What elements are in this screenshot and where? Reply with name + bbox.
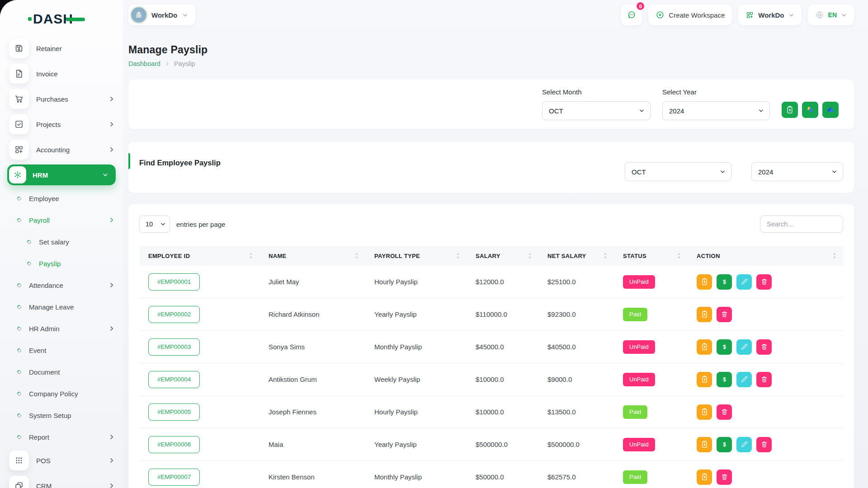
sidebar-item-document[interactable]: Document xyxy=(0,361,123,383)
table-row: #EMP00004Antikstion GrumWeekly Payslip$1… xyxy=(139,363,843,396)
row-actions: $$ xyxy=(688,437,843,452)
month-select[interactable]: OCT xyxy=(542,101,651,120)
column-header-employee-id[interactable]: EMPLOYEE ID xyxy=(139,246,259,266)
payslip-button[interactable]: $ xyxy=(697,404,712,420)
sidebar-item-report[interactable]: Report xyxy=(0,426,123,448)
sidebar-item-payslip[interactable]: Payslip xyxy=(0,253,123,274)
chevron-right-icon xyxy=(108,121,115,127)
edit-button[interactable] xyxy=(736,437,752,452)
sidebar-item-hrm[interactable]: HRM xyxy=(7,164,116,185)
find-month-select[interactable]: OCT xyxy=(625,162,731,181)
sort-icon[interactable] xyxy=(456,252,460,259)
status-badge: UnPaid xyxy=(623,373,655,386)
apps-grid-icon xyxy=(745,11,754,19)
column-header-payroll-type[interactable]: PAYROLL TYPE xyxy=(365,246,467,266)
brand-logo[interactable]: DASH xyxy=(28,12,123,26)
sort-icon[interactable] xyxy=(528,252,532,259)
column-header-name[interactable]: NAME xyxy=(259,246,365,266)
delete-button[interactable] xyxy=(717,469,732,485)
sidebar-item-invoice[interactable]: Invoice xyxy=(0,61,123,86)
bullet-icon xyxy=(16,347,22,353)
workspace-apps-button[interactable]: WorkDo xyxy=(738,5,801,25)
make-payment-button[interactable]: $ xyxy=(717,274,732,290)
employee-id-link[interactable]: #EMP00005 xyxy=(148,404,200,421)
svg-text:$: $ xyxy=(723,441,726,448)
delete-button[interactable] xyxy=(717,307,732,322)
sidebar-item-employee[interactable]: Employee xyxy=(0,188,123,209)
sort-icon[interactable] xyxy=(249,252,253,259)
column-header-net-salary[interactable]: NET SALARY xyxy=(538,246,614,266)
sidebar-item-crm[interactable]: CRM xyxy=(0,473,123,488)
make-payment-button[interactable]: $ xyxy=(717,372,732,387)
column-header-salary[interactable]: SALARY xyxy=(467,246,538,266)
payslip-button[interactable]: $ xyxy=(697,339,712,355)
delete-button[interactable] xyxy=(756,437,772,452)
payslip-button[interactable]: $ xyxy=(697,372,712,387)
payslip-button[interactable]: $ xyxy=(697,274,712,290)
payslip-button[interactable]: $ xyxy=(697,437,712,452)
sidebar-item-payroll[interactable]: Payroll xyxy=(0,209,123,231)
sidebar-item-company-policy[interactable]: Company Policy xyxy=(0,383,123,404)
delete-button[interactable] xyxy=(756,339,772,355)
sort-icon[interactable] xyxy=(832,252,837,259)
workspace-selector[interactable]: WorkDo xyxy=(128,5,195,25)
messages-button[interactable]: 0 xyxy=(621,5,642,25)
payslip-button[interactable]: $ xyxy=(697,469,712,485)
globe-icon xyxy=(815,10,824,19)
payslip-button[interactable]: $ xyxy=(697,307,712,322)
sidebar-item-purchases[interactable]: Purchases xyxy=(0,86,123,112)
breadcrumb-dashboard-link[interactable]: Dashboard xyxy=(128,60,160,67)
entries-per-page-select[interactable]: 10 xyxy=(139,216,170,233)
column-header-action[interactable]: ACTION xyxy=(688,246,843,266)
create-workspace-button[interactable]: Create Workspace xyxy=(648,5,732,25)
delete-button[interactable] xyxy=(717,404,732,420)
edit-button[interactable] xyxy=(736,274,752,290)
table-search-input[interactable] xyxy=(760,216,843,233)
make-payment-button[interactable]: $ xyxy=(717,437,732,452)
delete-button[interactable] xyxy=(756,274,772,290)
employee-id-link[interactable]: #EMP00003 xyxy=(148,338,200,356)
chevron-right-icon xyxy=(108,434,115,440)
edit-button[interactable] xyxy=(736,372,752,387)
sidebar-item-accounting[interactable]: Accounting xyxy=(0,137,123,162)
plus-circle-icon xyxy=(656,10,665,19)
sidebar-item-set-salary[interactable]: Set salary xyxy=(0,231,123,253)
google-drive-export-button[interactable] xyxy=(802,102,818,118)
svg-text:$: $ xyxy=(703,313,705,316)
chevron-down-icon xyxy=(841,12,847,18)
sort-icon[interactable] xyxy=(354,252,359,259)
sidebar-item-system-setup[interactable]: System Setup xyxy=(0,404,123,426)
sidebar-item-manage-leave[interactable]: Manage Leave xyxy=(0,296,123,318)
sidebar: DASH RetainerInvoicePurchasesProjectsAcc… xyxy=(0,0,123,488)
find-month-select-wrap: OCT xyxy=(625,162,731,181)
sort-icon[interactable] xyxy=(677,252,681,259)
employee-id-link[interactable]: #EMP00002 xyxy=(148,306,200,323)
language-selector[interactable]: EN xyxy=(808,5,854,25)
onedrive-export-button[interactable] xyxy=(822,102,839,118)
workspace-name: WorkDo xyxy=(151,11,177,19)
edit-button[interactable] xyxy=(736,339,752,355)
employee-id-link[interactable]: #EMP00006 xyxy=(148,436,200,453)
messages-badge: 0 xyxy=(636,1,645,11)
row-actions: $ xyxy=(688,404,843,420)
sidebar-item-event[interactable]: Event xyxy=(0,339,123,361)
bulk-payment-button[interactable]: $ xyxy=(782,102,798,118)
chevron-right-icon xyxy=(108,483,115,488)
sidebar-item-pos[interactable]: POS xyxy=(0,448,123,473)
delete-button[interactable] xyxy=(756,372,772,387)
entries-per-page: 10 entries per page xyxy=(139,216,225,233)
employee-id-link[interactable]: #EMP00007 xyxy=(148,469,200,486)
column-header-status[interactable]: STATUS xyxy=(614,246,688,266)
employee-id-link[interactable]: #EMP00001 xyxy=(148,273,200,291)
find-year-select[interactable]: 2024 xyxy=(751,162,843,181)
year-select[interactable]: 2024 xyxy=(662,101,770,120)
make-payment-button[interactable]: $ xyxy=(717,339,732,355)
sidebar-item-retainer[interactable]: Retainer xyxy=(0,36,123,61)
svg-text:$: $ xyxy=(703,378,705,381)
sidebar-item-attendance[interactable]: Attendance xyxy=(0,274,123,296)
sidebar-item-hr-admin[interactable]: HR Admin xyxy=(0,318,123,339)
bullet-icon xyxy=(16,413,22,418)
sort-icon[interactable] xyxy=(603,252,608,259)
employee-id-link[interactable]: #EMP00004 xyxy=(148,371,200,388)
sidebar-item-projects[interactable]: Projects xyxy=(0,112,123,137)
